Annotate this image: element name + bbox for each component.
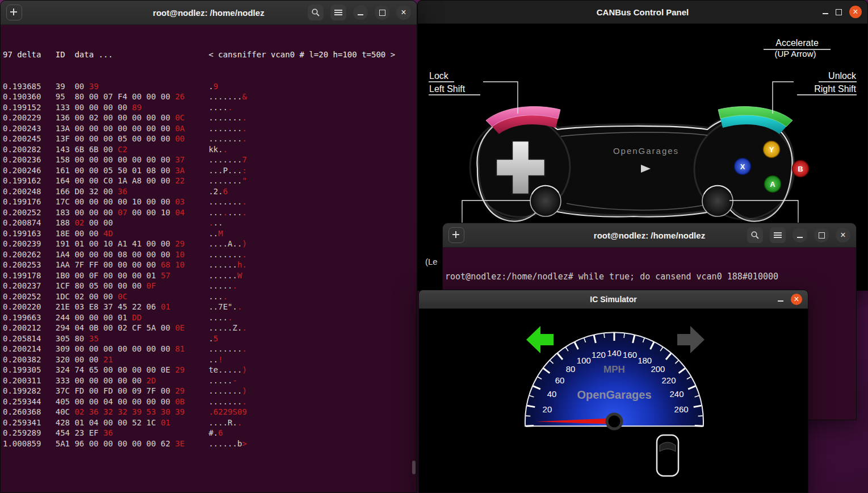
b-button: B — [792, 161, 809, 177]
x-button-label: X — [740, 162, 745, 171]
cansniffer-row: 0.20038232000 00 21..! — [3, 354, 414, 365]
maximize-icon[interactable] — [836, 9, 842, 15]
minimize-icon[interactable] — [823, 13, 828, 14]
y-button: Y — [764, 141, 780, 158]
new-tab-button[interactable] — [448, 227, 464, 243]
car-icon — [657, 435, 678, 476]
close-button[interactable]: × — [396, 5, 411, 20]
cansniffer-row: 0.20021430900 00 00 00 00 00 00 81......… — [3, 344, 414, 354]
cansniffer-row: 0.19917617C00 00 00 00 10 00 00 03......… — [3, 197, 414, 207]
canbus-titlebar: CANBus Control Panel × — [418, 1, 867, 24]
cansniffer-row: 0.25934440500 00 04 00 00 00 00 0B......… — [3, 396, 414, 407]
svg-text:100: 100 — [577, 356, 591, 365]
ic-simulator-window: IC Simulator × 2040608010012014016018020… — [418, 290, 808, 493]
close-button[interactable]: × — [791, 294, 802, 305]
cansniffer-row: 0.2002531AA7F FF 00 00 00 00 68 10......… — [3, 260, 414, 270]
cansniffer-output[interactable]: 97 delta ID data ...< cansniffer vcan0 #… — [1, 25, 417, 473]
left-turn-signal-icon — [526, 326, 553, 353]
cansniffer-row: 0.26036840C02 36 32 32 39 53 30 39.6229S… — [3, 407, 414, 417]
cansniffer-row: 0.20087418802 00 00... — [3, 218, 414, 228]
minimize-button[interactable] — [353, 5, 368, 20]
cansniffer-row: 0.20022021E03 E8 37 45 22 06 01..7E".. — [3, 302, 414, 312]
search-icon — [311, 8, 320, 17]
search-button[interactable] — [308, 5, 324, 20]
icsim-window-title: IC Simulator — [419, 295, 808, 304]
shell-line: root@nodlez:/home/nodlez# while true; do… — [445, 271, 854, 282]
close-button[interactable]: × — [836, 228, 850, 243]
svg-text:200: 200 — [651, 364, 665, 374]
cansniffer-row: 0.20024616100 00 05 50 01 08 00 3A...P..… — [3, 165, 414, 176]
svg-text:260: 260 — [674, 404, 689, 414]
cansniffer-row: 0.19916216400 00 C0 1A A8 00 00 22......… — [3, 176, 414, 186]
cansniffer-row: 0.20024313A00 00 00 00 00 00 00 0A......… — [3, 123, 414, 134]
svg-text:160: 160 — [623, 350, 637, 360]
cansniffer-row: 0.1991781B000 0F 00 00 00 01 57......W — [3, 270, 414, 281]
minimize-icon — [797, 237, 803, 238]
svg-text:20: 20 — [543, 404, 552, 414]
speed-unit-label: MPH — [603, 364, 625, 375]
scrollbar-thumb[interactable] — [412, 461, 416, 474]
cansniffer-row: 0.25934142801 04 00 00 52 1C 01....R.. — [3, 417, 414, 428]
unlock-annotation-line — [773, 82, 794, 114]
cansniffer-row: 0.2002821436B 6B 00 C2kk.. — [3, 144, 414, 155]
accelerate-label: Accelerate — [775, 38, 819, 48]
cansniffer-row: 0.20021229404 0B 00 02 CF 5A 00 0E.....Z… — [3, 323, 414, 333]
close-button[interactable]: × — [849, 6, 862, 18]
cansniffer-row: 0.19930532474 65 00 00 00 00 0E 29te....… — [3, 365, 414, 375]
icsim-titlebar: IC Simulator × — [419, 290, 808, 309]
cansniffer-header: 97 delta ID data ...< cansniffer vcan0 #… — [3, 49, 414, 60]
close-icon: × — [840, 231, 845, 240]
right-turn-signal-icon — [677, 326, 705, 353]
svg-text:220: 220 — [662, 375, 676, 385]
cansniffer-rows: 0.1936853900 39.90.1903609580 00 07 F4 0… — [3, 81, 414, 449]
minimize-icon[interactable] — [778, 300, 783, 302]
cansniffer-terminal-window: root@nodlez: /home/nodlez × 97 delta ID … — [0, 0, 417, 493]
cansniffer-row: 0.1903609580 00 07 F4 00 00 00 26.......… — [3, 91, 414, 102]
cansniffer-row: 0.19966324400 00 00 01 DD..... — [3, 312, 414, 323]
cansniffer-row: 0.200248166D0 32 00 36.2.6 — [3, 186, 414, 197]
close-icon: × — [401, 8, 406, 17]
cansniffer-row: 0.20023919101 00 10 A1 41 00 00 29....A.… — [3, 239, 414, 249]
instrument-cluster: 20406080100120140160180200220240260 MPH … — [419, 309, 808, 493]
needle-hub — [607, 414, 622, 429]
menu-button[interactable] — [770, 227, 786, 243]
svg-text:120: 120 — [592, 350, 606, 360]
svg-text:80: 80 — [566, 364, 576, 374]
cansniffer-row: 0.20024513F00 00 00 05 00 00 00 00......… — [3, 133, 414, 144]
maximize-button[interactable] — [375, 5, 389, 20]
lock-key-label: Left Shift — [429, 84, 466, 94]
menu-button[interactable] — [330, 5, 346, 20]
cansniffer-row: 0.20022913600 02 00 00 00 00 00 0C......… — [3, 112, 414, 123]
cansniffer-row: 0.19928237CFD 00 FD 00 09 7F 00 29......… — [3, 386, 414, 396]
close-icon: × — [794, 295, 799, 304]
terminal1-titlebar: root@nodlez: /home/nodlez × — [1, 1, 417, 25]
cansniffer-row: 1.0008595A196 00 00 00 00 00 62 3E......… — [3, 438, 414, 449]
search-button[interactable] — [747, 227, 763, 243]
maximize-icon — [819, 232, 825, 239]
cansniffer-row: 0.19916318E00 00 4D..M — [3, 228, 414, 239]
hamburger-icon — [774, 231, 782, 239]
y-button-label: Y — [769, 145, 774, 154]
svg-text:240: 240 — [669, 389, 684, 399]
gauge-brand-label: OpenGarages — [577, 388, 651, 401]
cansniffer-row: 0.20023615800 00 00 00 00 00 00 37......… — [3, 154, 414, 165]
a-button: A — [765, 176, 781, 193]
maximize-button[interactable] — [814, 228, 829, 243]
canbus-window-title: CANBus Control Panel — [418, 7, 867, 17]
unlock-label: Unlock — [828, 71, 857, 81]
a-button-label: A — [770, 180, 775, 189]
cansniffer-row: 0.19915213300 00 00 00 89..... — [3, 102, 414, 113]
cansniffer-row: 0.2002521DC02 00 00 0C.... — [3, 291, 414, 302]
svg-text:40: 40 — [547, 389, 557, 399]
lock-label: Lock — [429, 71, 449, 81]
maximize-icon — [379, 10, 385, 16]
right-analog-stick — [702, 186, 733, 216]
search-icon — [750, 231, 760, 240]
unlock-key-label: Right Shift — [814, 84, 856, 94]
svg-text:60: 60 — [555, 375, 565, 385]
cansniffer-row: 0.1936853900 39.9 — [3, 81, 414, 92]
close-icon: × — [853, 7, 858, 16]
b-button-label: B — [798, 165, 803, 173]
minimize-button[interactable] — [792, 228, 807, 243]
new-tab-button[interactable] — [6, 5, 22, 20]
